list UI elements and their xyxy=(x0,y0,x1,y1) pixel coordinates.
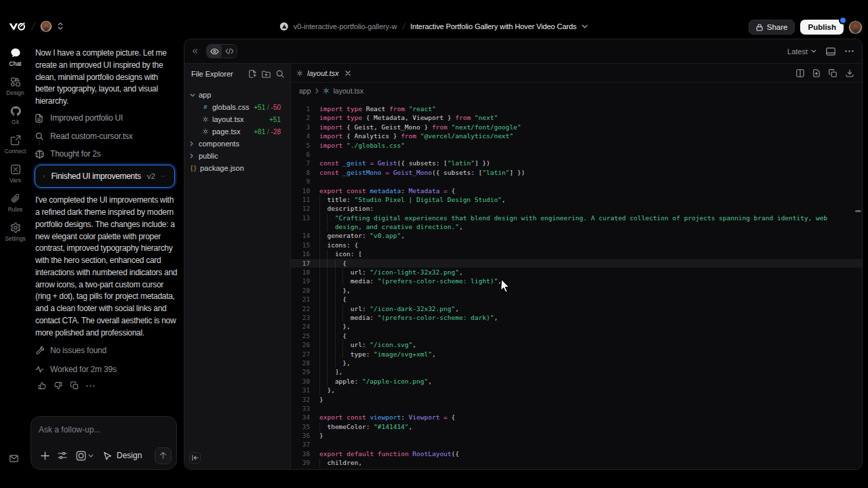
chevrons-updown-icon[interactable] xyxy=(58,22,63,30)
rail-item-design[interactable]: Design xyxy=(0,77,31,96)
indent-guide xyxy=(327,313,328,322)
design-icon xyxy=(10,77,21,87)
breadcrumb-project[interactable]: v0-interactive-portfolio-gallery-w xyxy=(294,22,397,30)
tab-layout-tsx[interactable]: layout.tsx xyxy=(296,69,351,77)
team-avatar[interactable] xyxy=(41,21,52,32)
chevron-down-icon xyxy=(190,94,196,97)
more-actions-icon[interactable] xyxy=(84,385,97,387)
step-improved-portfolio-ui[interactable]: Improved portfolio UI xyxy=(35,109,180,127)
settings-sliders-icon[interactable] xyxy=(58,451,67,460)
indent-guide xyxy=(319,222,320,231)
indent-guide xyxy=(327,340,328,349)
send-button[interactable] xyxy=(155,447,172,464)
line-number: 9 xyxy=(291,177,310,186)
rail-item-label: Git xyxy=(12,119,19,125)
tree-folder-public[interactable]: public xyxy=(184,150,290,162)
more-options-icon[interactable] xyxy=(845,50,854,52)
line-content: import type React from "react" xyxy=(319,104,436,113)
chevron-right-icon xyxy=(43,173,45,180)
line-number: 2 xyxy=(291,113,310,122)
line-number xyxy=(291,222,310,231)
line-content: } xyxy=(319,431,323,440)
indent-guide xyxy=(319,268,320,277)
tree-folder-components[interactable]: components xyxy=(184,138,290,150)
line-content: icons: { xyxy=(319,241,358,249)
thumbs-up-button[interactable] xyxy=(35,382,48,390)
preview-eye-toggle[interactable] xyxy=(207,44,222,58)
breadcrumb-page-title[interactable]: Interactive Portfolio Gallery with Hover… xyxy=(410,22,576,30)
indent-guide xyxy=(319,331,320,340)
publish-label: Publish xyxy=(808,23,836,31)
finished-task-card[interactable]: Finished UI improvements v2 xyxy=(35,165,175,188)
indent-guide xyxy=(327,249,328,258)
model-selector[interactable] xyxy=(76,451,94,461)
tree-file-package-json[interactable]: { }package.json xyxy=(184,162,290,174)
breadcrumb-folder[interactable]: app xyxy=(299,87,311,95)
indent-guide xyxy=(319,322,320,331)
indent-guide xyxy=(319,249,320,258)
tree-file-globals-css[interactable]: #globals.css+51 / -50 xyxy=(184,101,290,113)
rail-item-git[interactable]: Git xyxy=(0,106,31,125)
open-file-icon[interactable] xyxy=(813,69,820,77)
step-label: Read custom-cursor.tsx xyxy=(50,131,133,141)
tree-file-page-tsx[interactable]: page.tsx+81 / -28 xyxy=(184,125,290,138)
collapse-panel-icon[interactable] xyxy=(191,47,199,55)
line-content: export const viewport: Viewport = { xyxy=(319,413,455,422)
brain-icon xyxy=(35,150,44,159)
feedback-mail-icon[interactable] xyxy=(9,455,18,462)
scrollbar-thumb[interactable] xyxy=(855,210,861,212)
composer-placeholder[interactable]: Ask a follow-up... xyxy=(39,425,100,434)
thumbs-down-button[interactable] xyxy=(52,382,64,390)
rail-item-chat[interactable]: Chat xyxy=(0,47,31,67)
code-line-33: 33 xyxy=(291,404,862,413)
download-icon[interactable] xyxy=(846,69,854,77)
rail-item-label: Design xyxy=(6,89,24,96)
status-label: No issues found xyxy=(50,346,106,355)
publish-button[interactable]: Publish xyxy=(800,20,844,35)
v0-logo[interactable]: v0 xyxy=(9,22,26,30)
attach-plus-icon[interactable] xyxy=(41,451,50,460)
line-content: "Crafting digital experiences that blend… xyxy=(319,214,827,222)
step-read-custom-cursor-tsx[interactable]: Read custom-cursor.tsx xyxy=(35,127,180,145)
line-content: }: Readonly<{ xyxy=(319,468,370,469)
user-avatar[interactable] xyxy=(849,21,862,34)
lock-icon xyxy=(756,24,763,31)
tree-file-layout-tsx[interactable]: layout.tsx+51 xyxy=(184,113,290,125)
rail-item-vars[interactable]: Vars xyxy=(0,164,31,184)
code-area[interactable]: 1import type React from "react"2import t… xyxy=(291,99,862,469)
chevron-down-icon[interactable] xyxy=(582,24,588,28)
share-button[interactable]: Share xyxy=(749,20,795,35)
rail-item-settings[interactable]: Settings xyxy=(0,222,31,242)
code-line-15: 15 icons: { xyxy=(291,241,862,249)
collapse-sidebar-button[interactable] xyxy=(189,452,201,464)
rail-item-rules[interactable]: Rules xyxy=(0,193,31,213)
step-thought-for-2s[interactable]: Thought for 2s xyxy=(35,145,180,163)
diff-stats: +81 / -28 xyxy=(254,128,290,136)
indent-guide xyxy=(319,359,320,367)
line-number: 18 xyxy=(291,268,310,277)
assistant-message-1: Now I have a complete picture. Let me cr… xyxy=(35,47,178,108)
tree-folder-app[interactable]: app xyxy=(184,89,290,101)
copy-button[interactable] xyxy=(68,382,81,390)
console-panel-icon[interactable] xyxy=(826,47,835,56)
version-selector[interactable]: Latest xyxy=(787,47,816,56)
task-card-menu-icon[interactable] xyxy=(161,175,165,178)
design-mode-toggle[interactable]: Design xyxy=(103,451,142,460)
deployment-icon[interactable] xyxy=(280,22,288,30)
split-editor-icon[interactable] xyxy=(796,69,804,77)
line-number: 34 xyxy=(291,413,310,422)
indent-guide xyxy=(327,367,328,376)
rail-item-connect[interactable]: Connect xyxy=(0,135,31,155)
code-editor: layout.tsx app layout.tsx 1import type R… xyxy=(291,64,862,469)
tab-close-icon[interactable] xyxy=(345,70,351,76)
code-view-toggle[interactable] xyxy=(222,44,237,58)
message-actions xyxy=(35,378,180,394)
breadcrumb-file[interactable]: layout.tsx xyxy=(334,87,363,95)
tsx-file-icon xyxy=(323,87,330,94)
search-icon[interactable] xyxy=(276,70,284,78)
copy-file-icon[interactable] xyxy=(829,69,837,77)
chat-composer[interactable]: Ask a follow-up... Design xyxy=(31,416,177,470)
new-file-icon[interactable] xyxy=(249,70,256,78)
new-folder-icon[interactable] xyxy=(262,70,271,78)
line-number: 38 xyxy=(291,449,310,458)
